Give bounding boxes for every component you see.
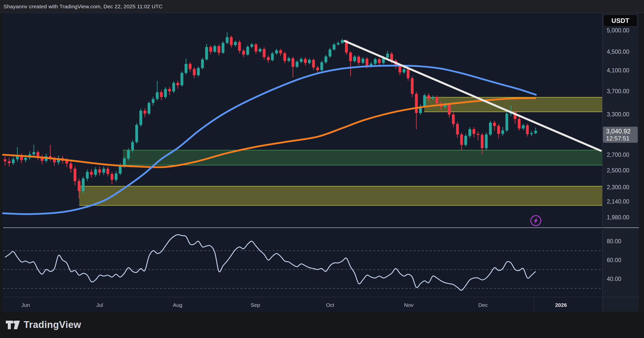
candle-body <box>12 159 15 163</box>
candle-body <box>448 104 451 114</box>
candle-body <box>148 103 150 114</box>
price-tick-label: 4,500.00 <box>607 49 629 55</box>
price-tick-label: 3,700.00 <box>607 88 629 94</box>
candle-body <box>32 152 35 154</box>
candle-body <box>296 62 298 67</box>
candle-body <box>115 174 117 180</box>
tradingview-logo[interactable]: TradingView <box>6 319 81 330</box>
candle-body <box>65 161 68 164</box>
candle-body <box>477 134 479 135</box>
candle-body <box>427 95 430 98</box>
candle-body <box>259 49 261 52</box>
candle-body <box>505 114 508 130</box>
candle-body <box>234 42 237 45</box>
price-tick-label: 4,100.00 <box>607 67 629 74</box>
candle-body <box>501 130 504 134</box>
candle-body <box>308 60 311 63</box>
candle-body <box>489 123 492 134</box>
price-tick-label: 1,980.00 <box>607 214 629 221</box>
footer-bar: TradingView <box>0 312 644 338</box>
candle-body <box>468 129 471 136</box>
quote-currency-badge[interactable]: USDT <box>603 15 637 27</box>
candle-body <box>283 53 286 61</box>
candle-body <box>160 92 163 97</box>
rsi-tick-label: 60.00 <box>607 257 621 263</box>
candle-body <box>407 69 410 78</box>
candle-body <box>530 133 533 134</box>
candle-body <box>90 172 93 175</box>
time-axis-label-nov: Nov <box>404 302 414 308</box>
candle-body <box>69 164 72 169</box>
candle-body <box>534 131 537 133</box>
candle-body <box>312 60 315 67</box>
candle-body <box>139 111 142 125</box>
candle-body <box>526 125 529 134</box>
candle-body <box>320 62 323 70</box>
price-tick-label: 3,300.00 <box>607 111 629 118</box>
candle-body <box>366 59 368 66</box>
candle-body <box>403 69 405 72</box>
candle-body <box>386 54 389 58</box>
candle-body <box>98 169 101 173</box>
candle-body <box>271 54 274 60</box>
candle-body <box>152 99 154 103</box>
tradingview-chart-page: 5,000.004,500.004,100.003,700.003,300.00… <box>0 0 644 338</box>
candle-body <box>267 57 270 60</box>
bar-countdown-timer: 12:57:51 <box>606 135 638 142</box>
candle-body <box>111 174 113 180</box>
candle-body <box>82 178 85 191</box>
candle-body <box>485 134 488 148</box>
lower-support-zone <box>79 186 602 206</box>
time-axis-label-aug: Aug <box>173 302 182 308</box>
candle-body <box>168 89 171 91</box>
candle-body <box>374 59 377 64</box>
candle-body <box>378 59 381 63</box>
candle-body <box>337 43 340 44</box>
candle-body <box>279 50 282 53</box>
rsi-tick-label: 40.00 <box>607 276 621 282</box>
candle-body <box>325 57 327 62</box>
candle-body <box>94 169 97 175</box>
candle-body <box>185 64 187 73</box>
time-axis-label-2026: 2026 <box>555 302 567 308</box>
candle-body <box>176 83 179 85</box>
rsi-tick-label: 80.00 <box>607 238 621 245</box>
candle-body <box>24 158 27 160</box>
candle-body <box>127 150 130 159</box>
candle-body <box>86 172 89 178</box>
candle-body <box>522 125 525 128</box>
candle-body <box>300 59 303 62</box>
current-price-tag: 3,040.92 12:57:51 <box>603 127 638 143</box>
candle-body <box>353 57 356 61</box>
candle-body <box>218 46 220 53</box>
time-axis-label-dec: Dec <box>478 302 488 308</box>
price-tick-label: 2,140.00 <box>607 198 629 205</box>
price-scale-background[interactable] <box>602 13 639 312</box>
price-tick-label: 2,300.00 <box>607 184 629 190</box>
candle-body <box>135 125 138 142</box>
candle-body <box>164 89 167 97</box>
current-price-value: 3,040.92 <box>606 127 638 135</box>
candle-body <box>106 169 109 174</box>
candle-body <box>246 47 249 55</box>
candle-body <box>398 66 401 72</box>
candle-body <box>316 68 319 70</box>
candle-body <box>242 51 245 55</box>
attribution-text: Shayannv created with TradingView.com, D… <box>4 0 163 13</box>
mid-support-zone <box>123 150 602 165</box>
candle-body <box>292 58 294 67</box>
candle-body <box>172 83 175 91</box>
candle-body <box>119 166 122 174</box>
candle-body <box>464 136 467 145</box>
candle-body <box>288 58 290 61</box>
chart-canvas[interactable]: 5,000.004,500.004,100.003,700.003,300.00… <box>0 0 644 338</box>
candle-body <box>329 50 331 57</box>
price-chart[interactable]: 5,000.004,500.004,100.003,700.003,300.00… <box>0 0 644 338</box>
candle-body <box>189 64 191 69</box>
candle-body <box>8 161 11 163</box>
candle-body <box>481 135 484 148</box>
candle-body <box>349 53 352 61</box>
time-axis-label-jul: Jul <box>96 302 103 308</box>
candle-body <box>201 60 204 68</box>
price-tick-label: 2,700.00 <box>607 152 629 158</box>
